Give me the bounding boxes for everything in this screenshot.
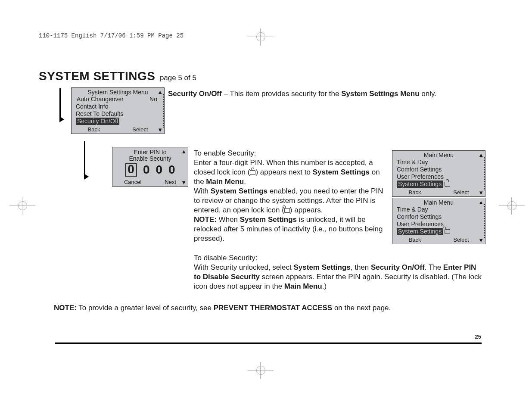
page-sub: page 5 of 5 bbox=[160, 74, 196, 82]
softkey-back: Back bbox=[408, 189, 421, 196]
menu-value: No bbox=[149, 96, 161, 103]
menu-item-selected: System Settings bbox=[397, 181, 443, 188]
lcd-system-settings: ▲ ▼ System Settings Menu Auto Changeover… bbox=[71, 87, 165, 134]
softkey-cancel: Cancel bbox=[124, 179, 141, 185]
crop-mark-right bbox=[499, 197, 525, 215]
lock-closed-icon bbox=[250, 170, 255, 175]
crop-mark-bottom bbox=[248, 362, 274, 379]
running-header: 110-1175 English 7/17/06 1:59 PM Page 25 bbox=[39, 32, 485, 39]
menu-item: Time & Day bbox=[397, 206, 482, 213]
disable-security-block: To disable Security: With Security unloc… bbox=[194, 253, 482, 291]
softkey-select: Select bbox=[453, 237, 469, 243]
pin-digit: 0 bbox=[156, 163, 163, 177]
softkey-next: Next bbox=[165, 179, 176, 185]
menu-item: Comfort Settings bbox=[397, 213, 482, 221]
pin-digit: 0 bbox=[168, 163, 175, 177]
menu-item: Comfort Settings bbox=[397, 166, 482, 173]
softkey-select: Select bbox=[453, 189, 469, 196]
bottom-note: NOTE: To provide a greater level of secu… bbox=[54, 304, 476, 312]
menu-item: Auto Changeover bbox=[77, 96, 124, 103]
pin-digit: 0 bbox=[143, 163, 150, 177]
menu-item: Contact Info bbox=[76, 103, 162, 110]
lcd-main-menu-locked: ▲ ▼ Main Menu Time & Day Comfort Setting… bbox=[392, 150, 485, 197]
crop-mark-left bbox=[9, 197, 35, 215]
menu-item: User Preferences bbox=[397, 173, 482, 181]
page-number: 25 bbox=[475, 333, 481, 340]
lcd-main-menu-unlocked: ▲ ▼ Main Menu Time & Day Comfort Setting… bbox=[392, 198, 485, 244]
menu-item-selected: System Settings bbox=[397, 228, 443, 235]
up-arrow-icon: ▲ bbox=[478, 152, 484, 158]
flow-arrow-2 bbox=[84, 141, 85, 176]
menu-item: Reset To Defaults bbox=[76, 110, 162, 118]
lcd-title: Main Menu bbox=[392, 151, 485, 159]
lcd-title: System Settings Menu bbox=[72, 88, 164, 96]
lcd-pin-entry: ▲ ▼ Enter PIN toEnable Security 0 0 0 0 … bbox=[112, 147, 188, 187]
menu-item: Time & Day bbox=[397, 159, 482, 166]
heading-row: SYSTEM SETTINGS page 5 of 5 bbox=[39, 69, 485, 83]
up-arrow-icon: ▲ bbox=[181, 149, 187, 154]
up-arrow-icon: ▲ bbox=[478, 199, 484, 205]
lcd-title: Main Menu bbox=[392, 198, 485, 206]
flow-arrow-1 bbox=[59, 88, 61, 118]
softkey-back: Back bbox=[408, 237, 421, 243]
lock-closed-icon bbox=[445, 182, 450, 187]
up-arrow-icon: ▲ bbox=[157, 89, 163, 95]
menu-item: User Preferences bbox=[397, 221, 482, 228]
security-intro: Security On/Off – This item provides sec… bbox=[168, 89, 478, 99]
pin-title: Enter PIN toEnable Security bbox=[112, 147, 188, 162]
menu-item-selected: Security On/Off bbox=[76, 118, 119, 125]
softkey-back: Back bbox=[87, 126, 100, 133]
lock-open-icon bbox=[445, 229, 450, 234]
pin-digits: 0 0 0 0 bbox=[112, 162, 188, 178]
enable-security-block: To enable Security: Enter a four-digit P… bbox=[194, 149, 387, 243]
softkey-select: Select bbox=[132, 126, 148, 133]
pin-digit-current: 0 bbox=[125, 163, 137, 177]
lock-open-icon bbox=[284, 208, 290, 213]
footer-rule bbox=[55, 342, 482, 344]
page-title: SYSTEM SETTINGS bbox=[39, 69, 155, 83]
